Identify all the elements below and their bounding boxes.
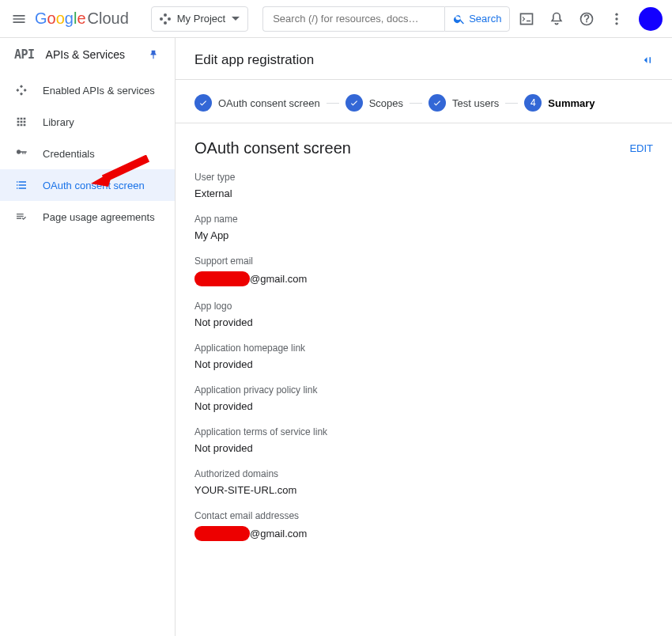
app-header: GoogleCloud My Project Search — [0, 0, 672, 38]
search-input[interactable] — [262, 6, 444, 32]
field-authorized-domains: Authorized domains YOUR-SITE-URL.com — [194, 468, 653, 496]
key-icon — [14, 146, 28, 161]
field-app-logo: App logo Not provided — [194, 301, 653, 328]
step-done-icon — [345, 94, 363, 112]
step-scopes[interactable]: Scopes — [345, 94, 403, 112]
search-icon — [453, 13, 466, 25]
svg-point-3 — [615, 22, 617, 25]
field-privacy-link: Application privacy policy link Not prov… — [194, 384, 653, 412]
section-title: OAuth consent screen — [194, 139, 351, 157]
field-homepage-link: Application homepage link Not provided — [194, 343, 653, 370]
agreements-icon — [14, 210, 28, 224]
nav-label: Enabled APIs & services — [43, 85, 155, 97]
svg-point-1 — [615, 13, 617, 15]
step-active-icon: 4 — [524, 94, 542, 112]
api-icon: API — [14, 47, 35, 62]
sidebar: API APIs & Services Enabled APIs & servi… — [0, 38, 176, 636]
step-done-icon — [428, 94, 446, 112]
more-icon[interactable] — [609, 11, 625, 27]
project-picker[interactable]: My Project — [151, 6, 248, 32]
nav-label: Credentials — [43, 148, 95, 160]
consent-icon — [14, 178, 28, 192]
svg-point-2 — [615, 17, 617, 20]
field-app-name: App name My App — [194, 214, 653, 241]
nav-library[interactable]: Library — [0, 106, 175, 138]
nav-enabled-apis[interactable]: Enabled APIs & services — [0, 74, 175, 106]
avatar[interactable] — [639, 7, 663, 31]
sidebar-title: APIs & Services — [46, 48, 137, 61]
nav-page-usage[interactable]: Page usage agreements — [0, 201, 175, 233]
chevron-down-icon — [232, 17, 240, 21]
nav-oauth-consent[interactable]: OAuth consent screen — [0, 169, 175, 201]
nav-label: OAuth consent screen — [43, 180, 145, 191]
field-tos-link: Application terms of service link Not pr… — [194, 426, 653, 454]
redacted — [194, 526, 250, 541]
diamond-icon — [14, 83, 28, 97]
step-done-icon — [194, 94, 212, 112]
main-content: Edit app registration OAuth consent scre… — [176, 38, 672, 636]
page-title: Edit app registration — [194, 52, 314, 68]
field-contact-email: Contact email addresses @gmail.com — [194, 510, 653, 541]
cloud-shell-icon[interactable] — [519, 11, 534, 27]
notifications-icon[interactable] — [549, 11, 564, 27]
nav-credentials[interactable]: Credentials — [0, 138, 175, 169]
search-button[interactable]: Search — [444, 6, 510, 32]
field-user-type: User type External — [194, 172, 653, 199]
edit-button[interactable]: EDIT — [629, 142, 653, 154]
field-support-email: Support email @gmail.com — [194, 256, 653, 286]
step-test-users[interactable]: Test users — [428, 94, 499, 112]
redacted — [194, 271, 250, 286]
nav-label: Library — [43, 116, 74, 128]
help-icon[interactable] — [579, 11, 595, 27]
step-summary[interactable]: 4 Summary — [524, 94, 595, 112]
library-icon — [14, 115, 28, 129]
project-icon — [160, 13, 171, 25]
stepper: OAuth consent screen Scopes Test users 4… — [176, 80, 672, 123]
nav-label: Page usage agreements — [43, 211, 155, 223]
project-name: My Project — [177, 13, 225, 25]
collapse-panel-icon[interactable] — [639, 53, 653, 67]
google-cloud-logo[interactable]: GoogleCloud — [35, 9, 129, 28]
step-oauth-consent[interactable]: OAuth consent screen — [194, 94, 320, 112]
pin-icon[interactable] — [148, 49, 160, 60]
menu-icon[interactable] — [9, 9, 28, 28]
